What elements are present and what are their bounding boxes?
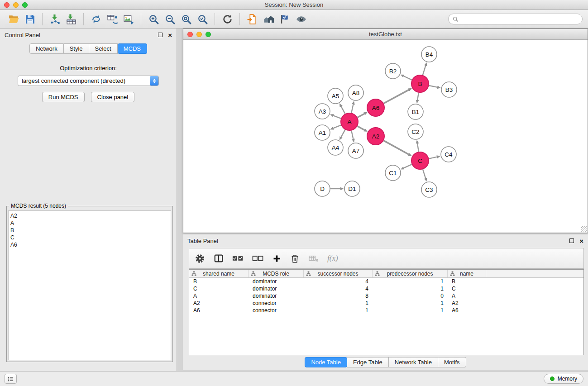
minimize-network-window-button[interactable]	[196, 32, 202, 37]
graph-edge-B-B2[interactable]	[404, 76, 412, 80]
show-columns-button[interactable]	[214, 253, 224, 263]
column-header[interactable]: name	[448, 270, 486, 277]
graph-node-A2[interactable]: A2	[367, 128, 384, 145]
column-header[interactable]: predecessor nodes	[373, 270, 448, 277]
graph-edge-B-B4[interactable]	[423, 66, 425, 75]
graph-edge-C-C2[interactable]	[417, 143, 419, 152]
search-input[interactable]	[461, 16, 578, 23]
minimize-window-button[interactable]	[13, 2, 19, 8]
graph-edge-A-A2[interactable]	[358, 126, 365, 130]
maximize-window-button[interactable]	[22, 2, 28, 8]
table-row[interactable]: A2connector11A2	[189, 300, 583, 307]
save-session-button[interactable]	[22, 12, 38, 26]
window-resize-handle[interactable]	[581, 226, 587, 232]
optimization-criterion-dropdown[interactable]: largest connected component (directed)	[18, 76, 159, 86]
apply-layout-button[interactable]	[219, 12, 235, 26]
table-settings-button[interactable]	[195, 253, 205, 264]
import-table-button[interactable]	[63, 12, 79, 26]
open-session-button[interactable]	[5, 12, 22, 26]
graph-node-C1[interactable]: C1	[385, 165, 401, 181]
graph-node-A1[interactable]: A1	[315, 125, 330, 140]
select-all-columns-button[interactable]	[232, 255, 244, 262]
result-item[interactable]: A6	[10, 241, 169, 248]
show-graphics-details-button[interactable]	[293, 12, 309, 26]
graph-edge-A-A3[interactable]	[333, 115, 341, 119]
network-graph[interactable]: B4B2BB3A5A8A6B1A3AA1C2A2A4A7C4CC1C3DD1	[183, 40, 588, 233]
mcds-result-list[interactable]: A2ABCA6	[8, 210, 171, 360]
new-network-button[interactable]	[88, 12, 104, 26]
graph-node-A7[interactable]: A7	[348, 143, 363, 158]
zoom-in-button[interactable]	[145, 12, 162, 26]
search-field[interactable]	[448, 14, 583, 24]
graph-edge-A-A6[interactable]	[358, 114, 365, 117]
task-history-button[interactable]	[5, 374, 17, 384]
float-table-panel-icon[interactable]	[569, 238, 574, 243]
result-item[interactable]: A	[10, 219, 169, 227]
graph-edge-B-B3[interactable]	[429, 86, 438, 87]
zoom-out-button[interactable]	[162, 12, 178, 26]
graph-edge-A-A5[interactable]	[341, 106, 345, 114]
network-canvas[interactable]: B4B2BB3A5A8A6B1A3AA1C2A2A4A7C4CC1C3DD1	[183, 40, 588, 233]
graph-edge-A-A4[interactable]	[341, 130, 345, 138]
delete-table-button[interactable]	[308, 253, 319, 264]
graph-node-B4[interactable]: B4	[421, 47, 437, 62]
control-tab-style[interactable]: Style	[64, 43, 89, 54]
control-tab-select[interactable]: Select	[89, 43, 118, 54]
table-tab-network-table[interactable]: Network Table	[389, 357, 438, 367]
export-document-button[interactable]	[244, 12, 260, 26]
column-header[interactable]: shared name	[189, 270, 249, 277]
graph-edge-A-A8[interactable]	[351, 104, 353, 113]
graph-node-C3[interactable]: C3	[421, 182, 437, 197]
close-panel-icon[interactable]: ×	[168, 32, 172, 38]
export-image-button[interactable]	[120, 12, 137, 26]
control-tab-mcds[interactable]: MCDS	[118, 43, 147, 54]
table-tab-node-table[interactable]: Node Table	[305, 357, 347, 367]
close-network-window-button[interactable]	[187, 32, 193, 37]
create-column-button[interactable]	[272, 254, 282, 263]
graph-node-A6[interactable]: A6	[367, 99, 384, 116]
zoom-selected-button[interactable]	[194, 12, 210, 26]
graph-node-D1[interactable]: D1	[344, 181, 360, 196]
network-window-titlebar[interactable]: testGlobe.txt	[183, 29, 588, 40]
graph-edge-A2-C[interactable]	[384, 141, 409, 155]
graph-node-A[interactable]: A	[341, 113, 358, 130]
graph-node-C[interactable]: C	[411, 152, 429, 169]
graph-node-A3[interactable]: A3	[315, 104, 330, 119]
delete-column-button[interactable]	[290, 254, 300, 263]
column-header[interactable]: MCDS role	[249, 270, 304, 277]
table-row[interactable]: Cdominator41C	[189, 285, 583, 292]
graph-edge-C-C3[interactable]	[423, 169, 425, 178]
graph-node-B3[interactable]: B3	[441, 82, 457, 97]
import-network-button[interactable]	[47, 12, 63, 26]
graph-node-C4[interactable]: C4	[441, 147, 456, 162]
graph-node-B2[interactable]: B2	[385, 63, 401, 79]
graph-node-A5[interactable]: A5	[328, 88, 343, 104]
close-panel-button[interactable]: Close panel	[91, 92, 135, 102]
graph-edge-B-B1[interactable]	[417, 93, 419, 100]
run-mcds-button[interactable]: Run MCDS	[42, 92, 85, 102]
table-row[interactable]: A6connector11A6	[189, 307, 583, 314]
zoom-fit-button[interactable]	[178, 12, 194, 26]
memory-button[interactable]: Memory	[544, 374, 583, 384]
maximize-network-window-button[interactable]	[206, 32, 211, 37]
result-item[interactable]: C	[10, 234, 169, 241]
graph-edge-A-A1[interactable]	[333, 125, 341, 128]
graph-node-B[interactable]: B	[411, 75, 429, 92]
new-network-from-table-button[interactable]	[104, 12, 120, 26]
graph-edge-C-C4[interactable]	[429, 157, 437, 159]
function-builder-button[interactable]: f(x)	[327, 254, 338, 263]
column-header[interactable]: successor nodes	[304, 270, 373, 277]
float-panel-icon[interactable]	[158, 33, 163, 37]
graph-edge-A6-B[interactable]	[384, 90, 409, 103]
result-item[interactable]: A2	[10, 212, 169, 219]
control-tab-network[interactable]: Network	[29, 43, 64, 54]
result-item[interactable]: B	[10, 227, 169, 234]
validate-button[interactable]	[277, 12, 293, 26]
graph-node-D[interactable]: D	[315, 181, 330, 196]
table-tab-motifs[interactable]: Motifs	[438, 357, 466, 367]
close-window-button[interactable]	[4, 2, 10, 8]
graph-node-A4[interactable]: A4	[328, 140, 343, 155]
table-tab-edge-table[interactable]: Edge Table	[347, 357, 389, 367]
deselect-all-columns-button[interactable]	[252, 255, 263, 262]
home-button[interactable]	[260, 12, 277, 26]
